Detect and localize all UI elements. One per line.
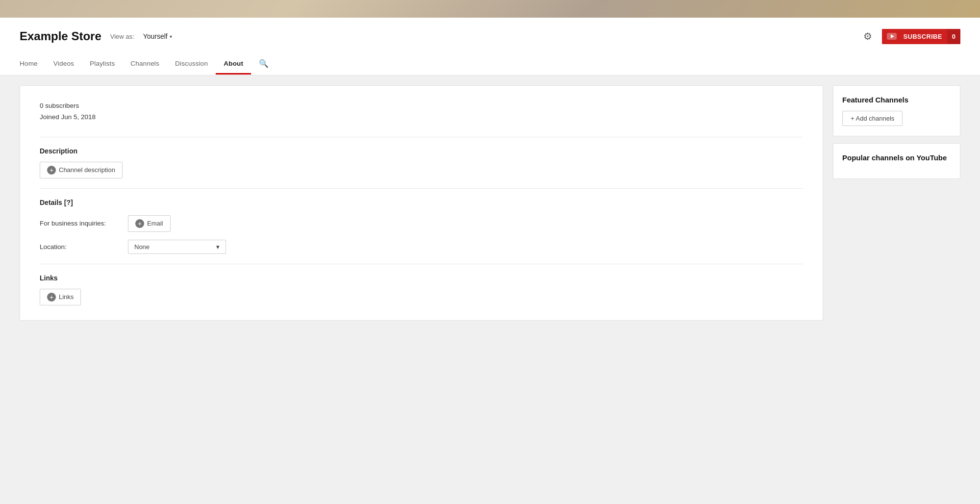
tab-playlists[interactable]: Playlists (82, 53, 123, 75)
channel-title-row: Example Store View as: Yourself ▾ ⚙ Subs… (20, 18, 960, 52)
channel-description-label: Channel description (59, 166, 115, 174)
divider-2 (40, 188, 803, 189)
description-title: Description (40, 147, 803, 155)
search-icon[interactable]: 🔍 (255, 52, 273, 75)
divider-1 (40, 137, 803, 137)
channel-title-left: Example Store View as: Yourself ▾ (20, 29, 172, 43)
youtube-logo-icon (882, 29, 902, 44)
view-as-dropdown[interactable]: Yourself ▾ (143, 32, 172, 40)
business-row: For business inquiries: + Email (40, 215, 803, 232)
business-label: For business inquiries: (40, 220, 118, 227)
subscribe-button[interactable]: Subscribe 0 (882, 29, 961, 44)
gear-icon: ⚙ (863, 31, 872, 42)
featured-channels-card: Featured Channels + Add channels (833, 85, 960, 136)
plus-links-icon: + (47, 293, 56, 302)
plus-email-icon: + (135, 219, 144, 228)
links-section: Links + Links (40, 274, 803, 305)
joined-date: Joined Jun 5, 2018 (40, 112, 803, 123)
subscribers-count: 0 subscribers (40, 101, 803, 112)
popular-channels-title: Popular channels on YouTube (842, 153, 951, 162)
divider-3 (40, 264, 803, 264)
popular-channels-card: Popular channels on YouTube (833, 143, 960, 179)
details-title: Details [?] (40, 199, 803, 206)
view-as-label: View as: (110, 33, 134, 40)
chevron-down-icon: ▾ (216, 243, 220, 251)
chevron-down-icon: ▾ (170, 34, 172, 39)
details-section: Details [?] For business inquiries: + Em… (40, 199, 803, 254)
tab-discussion[interactable]: Discussion (167, 53, 216, 75)
channel-nav: Home Videos Playlists Channels Discussio… (20, 52, 960, 75)
right-panel: Featured Channels + Add channels Popular… (833, 85, 960, 321)
tab-home[interactable]: Home (20, 53, 46, 75)
channel-description-button[interactable]: + Channel description (40, 162, 123, 178)
location-row: Location: None ▾ (40, 240, 803, 254)
location-label: Location: (40, 243, 118, 251)
location-value: None (134, 243, 150, 251)
tab-videos[interactable]: Videos (46, 53, 82, 75)
email-label: Email (147, 220, 163, 227)
channel-banner (0, 0, 980, 18)
channel-name: Example Store (20, 29, 101, 43)
location-select[interactable]: None ▾ (128, 240, 226, 254)
plus-icon: + (47, 166, 56, 175)
email-button[interactable]: + Email (128, 215, 171, 232)
about-panel: 0 subscribers Joined Jun 5, 2018 Descrip… (20, 85, 823, 321)
channel-title-right: ⚙ Subscribe 0 (860, 27, 961, 45)
settings-button[interactable]: ⚙ (860, 27, 875, 45)
description-section: Description + Channel description (40, 147, 803, 178)
view-as-value: Yourself (143, 32, 168, 40)
subscribe-label: Subscribe (902, 29, 947, 44)
links-label: Links (59, 293, 74, 301)
tab-about[interactable]: About (216, 53, 251, 75)
main-content: 0 subscribers Joined Jun 5, 2018 Descrip… (0, 76, 980, 330)
tab-channels[interactable]: Channels (123, 53, 167, 75)
featured-channels-title: Featured Channels (842, 96, 951, 104)
subscribe-count: 0 (947, 29, 960, 44)
links-title: Links (40, 274, 803, 282)
links-button[interactable]: + Links (40, 289, 81, 305)
channel-header: Example Store View as: Yourself ▾ ⚙ Subs… (0, 18, 980, 76)
add-channels-button[interactable]: + Add channels (842, 111, 903, 126)
stats-row: 0 subscribers Joined Jun 5, 2018 (40, 101, 803, 123)
